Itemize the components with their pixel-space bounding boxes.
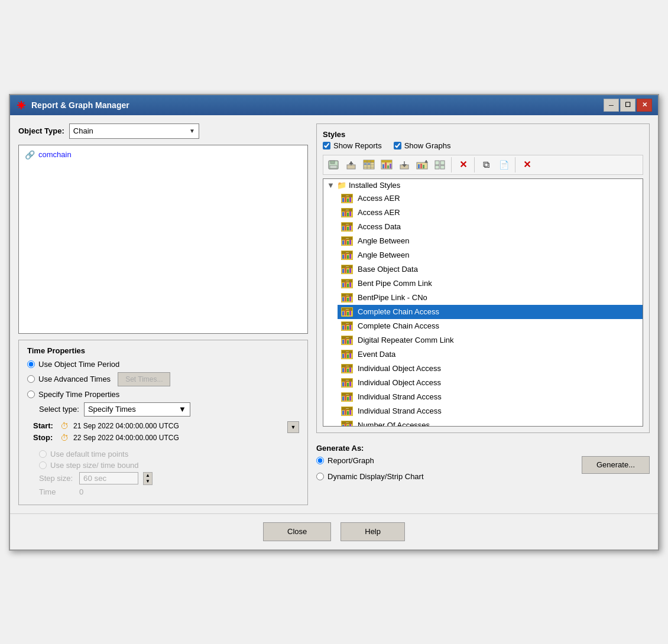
tree-item-13[interactable]: Individual Object Access — [338, 376, 643, 390]
step-up-icon[interactable]: ▲ — [144, 473, 152, 479]
toolbar-close-button[interactable]: ✕ — [518, 157, 535, 173]
step-size-label: Step size: — [39, 474, 74, 483]
toolbar-copy-button[interactable]: ⧉ — [478, 157, 494, 173]
step-down-icon[interactable]: ▼ — [144, 479, 152, 484]
tree-item-12[interactable]: Individual Object Access — [338, 362, 643, 376]
tree-item-icon-12 — [341, 363, 354, 374]
tree-item-14[interactable]: Individual Strand Access — [338, 390, 643, 404]
tree-item-icon-1 — [341, 207, 354, 218]
svg-rect-73 — [346, 252, 349, 253]
tree-item-16[interactable]: Number Of Accesses — [338, 418, 643, 427]
show-graphs-checkbox[interactable] — [394, 142, 401, 149]
radio-step-size[interactable] — [39, 461, 47, 469]
toolbar-grid-button[interactable] — [432, 157, 448, 173]
object-type-combo[interactable]: Chain ▼ — [69, 123, 199, 139]
radio-default-time[interactable] — [39, 450, 47, 458]
right-panel: Styles Show Reports Show Graphs — [316, 123, 650, 505]
svg-rect-86 — [349, 282, 351, 287]
svg-rect-106 — [347, 326, 349, 330]
toolbar-save-button[interactable] — [325, 157, 342, 173]
svg-rect-112 — [345, 339, 346, 344]
tree-item-5[interactable]: Base Object Data — [338, 262, 643, 277]
svg-rect-157 — [346, 422, 349, 423]
toolbar-export-icon — [416, 160, 428, 170]
svg-rect-133 — [345, 381, 346, 386]
help-button[interactable]: Help — [341, 522, 405, 541]
radio-default-time-row: Use default time points — [39, 450, 299, 458]
svg-rect-49 — [345, 211, 346, 216]
svg-rect-156 — [349, 424, 351, 427]
svg-rect-12 — [364, 160, 374, 162]
tree-folder-installed[interactable]: ▼ 📁 Installed Styles — [323, 179, 643, 191]
tree-item-2[interactable]: Access Data — [338, 220, 643, 234]
svg-rect-155 — [347, 425, 349, 427]
stop-value[interactable]: 22 Sep 2022 04:00:00.000 UTCG — [73, 434, 179, 442]
title-bar-left: Report & Graph Manager — [16, 100, 129, 110]
time-range-dropdown-button[interactable]: ▼ — [287, 421, 299, 433]
start-value[interactable]: 21 Sep 2022 04:00:00.000 UTCG — [73, 422, 179, 430]
svg-rect-45 — [346, 196, 349, 196]
svg-rect-105 — [345, 324, 346, 330]
tree-item-11[interactable]: Event Data — [338, 347, 643, 362]
radio-dynamic[interactable] — [316, 473, 324, 480]
tree-item-9[interactable]: Complete Chain Access — [338, 319, 643, 333]
svg-rect-70 — [345, 253, 346, 259]
generate-button[interactable]: Generate... — [582, 456, 650, 474]
title-bar: Report & Graph Manager ─ ☐ ✕ — [10, 95, 658, 115]
object-type-arrow-icon: ▼ — [189, 128, 195, 134]
tree-item-label-14: Individual Strand Access — [358, 392, 442, 401]
time-val-label: Time — [39, 487, 74, 496]
tree-item-label-13: Individual Object Access — [358, 378, 441, 387]
select-type-arrow-icon: ▼ — [179, 405, 186, 414]
toolbar-table-button[interactable] — [361, 157, 377, 173]
radio-dynamic-label: Dynamic Display/Strip Chart — [327, 472, 424, 481]
maximize-button[interactable]: ☐ — [620, 99, 635, 112]
title-bar-controls: ─ ☐ ✕ — [604, 99, 652, 112]
toolbar-chart-button[interactable] — [378, 157, 395, 173]
tree-item-4[interactable]: Angle Between — [338, 248, 643, 262]
close-window-button[interactable]: ✕ — [637, 99, 652, 112]
set-times-button[interactable]: Set Times... — [118, 372, 170, 386]
tree-item-label-6: Bent Pipe Comm Link — [358, 279, 432, 288]
tree-item-label-3: Angle Between — [358, 236, 409, 245]
tree-item-15[interactable]: Individual Strand Access — [338, 404, 643, 418]
tree-item-8[interactable]: Complete Chain Access — [338, 305, 643, 319]
tree-item-7[interactable]: BentPipe Link - CNo — [338, 291, 643, 305]
svg-rect-149 — [349, 410, 351, 415]
toolbar-download-button[interactable] — [396, 157, 413, 173]
radio-use-advanced[interactable] — [27, 375, 35, 383]
show-reports-checkbox[interactable] — [323, 142, 330, 149]
toolbar-page-button[interactable]: 📄 — [495, 157, 512, 173]
tree-item-1[interactable]: Access AER — [338, 206, 643, 220]
radio-report-graph-label: Report/Graph — [327, 456, 374, 465]
select-type-combo[interactable]: Specify Times ▼ — [84, 402, 190, 417]
svg-rect-51 — [349, 212, 351, 216]
svg-rect-56 — [345, 225, 346, 230]
toolbar-export-button[interactable] — [414, 157, 430, 173]
object-item-comchain[interactable]: 🔗 comchain — [22, 149, 304, 161]
step-size-input[interactable] — [79, 472, 138, 484]
radio-report-graph-row: Report/Graph — [316, 456, 424, 465]
time-properties-box: Time Properties Use Object Time Period U… — [18, 340, 308, 505]
select-type-row: Select type: Specify Times ▼ — [39, 402, 299, 417]
minimize-button[interactable]: ─ — [604, 99, 619, 112]
svg-rect-146 — [342, 411, 344, 415]
step-spinner[interactable]: ▲ ▼ — [143, 472, 153, 485]
tree-item-label-4: Angle Between — [358, 251, 409, 259]
svg-rect-93 — [349, 297, 351, 301]
toolbar-upload-button[interactable] — [343, 157, 359, 173]
tree-item-3[interactable]: Angle Between — [338, 234, 643, 248]
toolbar-delete-button[interactable]: ✕ — [455, 157, 471, 173]
radio-use-object-label: Use Object Time Period — [38, 360, 119, 369]
radio-use-object[interactable] — [27, 360, 35, 368]
start-time-row: Start: ⏱ 21 Sep 2022 04:00:00.000 UTCG — [33, 421, 285, 431]
tree-item-0[interactable]: Access AER — [338, 191, 643, 206]
radio-report-graph[interactable] — [316, 457, 324, 464]
svg-rect-97 — [342, 311, 344, 316]
tree-item-6[interactable]: Bent Pipe Comm Link — [338, 277, 643, 291]
svg-rect-120 — [347, 354, 349, 358]
radio-specify[interactable] — [27, 391, 35, 398]
close-button[interactable]: Close — [263, 522, 331, 541]
tree-item-icon-11 — [341, 349, 354, 360]
tree-item-10[interactable]: Digital Repeater Comm Link — [338, 333, 643, 347]
